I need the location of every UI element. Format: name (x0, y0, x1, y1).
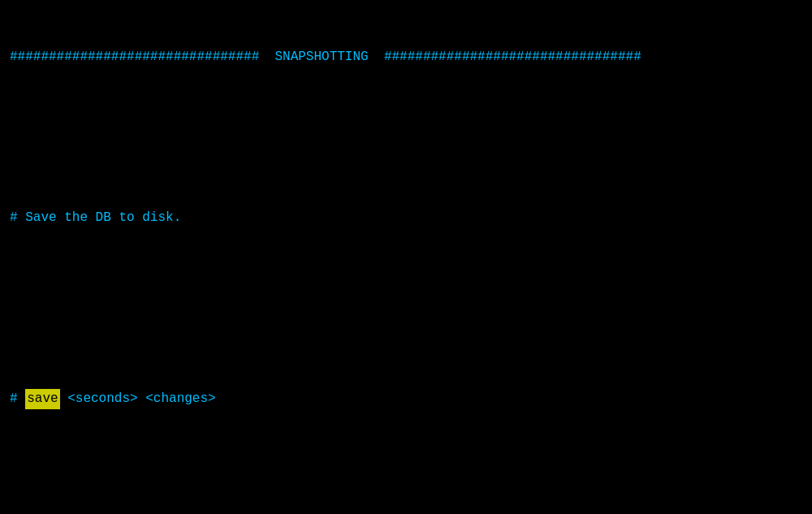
code-block: ################################ SNAPSHO… (10, 6, 802, 514)
save-keyword-1: save (25, 389, 59, 409)
comment-save-db-text: # Save the DB to disk. (10, 208, 181, 228)
save-cmd-args: <seconds> <changes> (60, 389, 216, 409)
header-text: ################################ SNAPSHO… (10, 47, 641, 67)
blank-line-1 (10, 127, 802, 148)
blank-line-2 (10, 288, 802, 309)
header-line: ################################ SNAPSHO… (10, 47, 802, 67)
comment-save-cmd-line: # save <seconds> <changes> (10, 389, 802, 409)
comment-save-db: # Save the DB to disk. (10, 208, 802, 228)
blank-line-3 (10, 469, 802, 490)
comment-hash: # (10, 389, 25, 409)
